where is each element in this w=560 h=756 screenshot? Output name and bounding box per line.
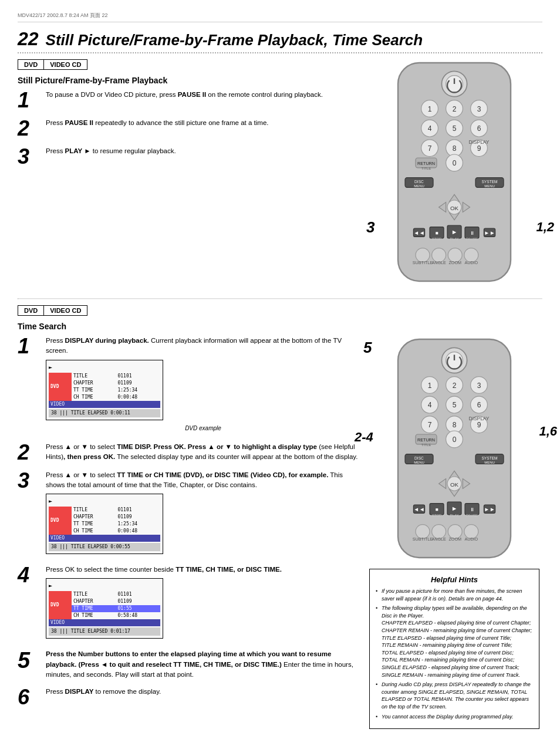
badge-videocd-1: VIDEO CD [44,59,87,70]
remote1-wrapper: 1 2 3 4 5 6 7 8 9 DISPLAY [384,59,525,286]
time-search-layout: 1 Press DISPLAY during playback. Current… [18,336,542,729]
play-indicator: ► [49,363,160,372]
svg-text:PLAY: PLAY [450,514,459,517]
hints-box: Helpful Hints If you pause a picture for… [369,569,539,729]
step2-1-content: Press DISPLAY during playback. Current p… [46,336,360,435]
time-instructions: 1 Press DISPLAY during playback. Current… [18,336,360,729]
display-mockup-3: ► DVD TITLE 01101 CHAPTER 01109 [46,578,163,639]
ch-time-label: CH TIME [72,394,116,401]
dvd-example-label: DVD example [46,424,360,433]
page-meta: MDV422/17 2002.8.7 8:24 AM 頁面 22 [18,12,542,22]
ch-time-val: 0:00:48 [116,394,160,401]
svg-text:OK: OK [450,481,458,488]
svg-text:9: 9 [477,144,481,153]
svg-text:►: ► [451,228,458,235]
chapter-val: 01109 [116,380,160,387]
svg-text:5: 5 [453,401,457,409]
remote2-col: 1 2 3 4 5 6 7 8 [366,336,542,729]
svg-text:7: 7 [428,421,432,429]
file-info: MDV422/17 2002.8.7 8:24 AM 頁面 22 [18,12,108,18]
tt-time-val: 1:25:34 [116,387,160,394]
hint-item-2: During Audio CD play, press DISPLAY repe… [376,681,533,710]
svg-text:STOP: STOP [432,237,441,241]
step2-5-number: 5 [18,649,41,671]
hint-item-3: You cannot access the Display during pro… [376,713,533,721]
svg-text:8: 8 [453,421,457,429]
hints-list: If you pause a picture for more than fiv… [376,588,533,720]
step2-4-content: Press OK to select the time counter besi… [46,565,360,642]
remote1-col: 1 2 3 4 5 6 7 8 9 DISPLAY [366,59,542,286]
svg-text:DISPLAY: DISPLAY [469,416,490,421]
display-table-2: DVD TITLE 01101 CHAPTER 01109 TT TIME 1:… [49,507,160,542]
svg-text:DISC: DISC [414,180,424,184]
ch-time-val-2: 0:00:48 [116,528,160,535]
play-indicator-3: ► [49,581,160,590]
svg-text:PAUSE: PAUSE [466,237,478,241]
display-mockup-1: ► DVD TITLE 01101 CHAPTER 01109 [46,360,163,420]
remote2-step24-label: 2-4 [355,430,373,445]
svg-text:2: 2 [453,382,457,390]
step1-2-content: Press PAUSE II repeatedly to advance the… [46,118,360,128]
tt-time-val-3: 01:55 [116,605,160,612]
tt-time-val-2: 1:25:34 [116,521,160,528]
svg-text:SYSTEM: SYSTEM [481,456,497,460]
step2-1-press: Press [46,337,65,344]
svg-text:■: ■ [435,507,438,512]
section2: DVD VIDEO CD Time Search 1 Press DISPLAY… [18,305,542,729]
section1-instructions: DVD VIDEO CD Still Picture/Frame-by-Fram… [18,59,360,286]
title-label: TITLE [72,373,116,380]
display-bottom-3: 38 ||| TITLE ELAPSED 0:01:17 [49,627,160,636]
ch-time-val-3: 0:58:48 [116,612,160,619]
video-label: VIDEO [49,401,160,408]
svg-text:SUBTITLE: SUBTITLE [413,536,433,542]
step1-3-content: Press PLAY ► to resume regular playback. [46,146,360,156]
title-val: 01101 [116,373,160,380]
svg-text:►: ► [451,505,458,512]
svg-text:6: 6 [477,401,481,409]
remote2-step5-label: 5 [363,339,372,357]
page-number: 22 [18,28,39,50]
svg-text:2: 2 [453,105,457,113]
svg-text:RETURN: RETURN [417,437,435,443]
step1-1-content: To pause a DVD or Video CD picture, pres… [46,90,360,100]
svg-text:MENU: MENU [414,184,424,188]
step2-1-number: 1 [18,336,41,357]
svg-text:9: 9 [477,421,481,429]
step2-6: 6 Press DISPLAY to remove the display. [18,687,360,708]
video-label-2: VIDEO [49,535,160,542]
video-label-3: VIDEO [49,619,160,626]
svg-text:DISPLAY: DISPLAY [469,139,490,145]
step1-2: 2 Press PAUSE II repeatedly to advance t… [18,118,360,139]
svg-text:ZOOM: ZOOM [448,536,461,542]
page-header: 22 Still Picture/Frame-by-Frame Playback… [18,28,542,50]
svg-text:►►: ►► [484,506,495,512]
svg-text:DISC: DISC [414,456,424,460]
chapter-val-2: 01109 [116,514,160,521]
svg-text:AUDIO: AUDIO [464,536,478,542]
step2-5-content: Press the Number buttons to enter the el… [46,649,360,680]
section-divider [18,298,542,299]
chapter-val-3: 01109 [116,598,160,605]
step2-2: 2 Press ▲ or ▼ to select TIME DISP. Pres… [18,442,360,463]
section1-layout: DVD VIDEO CD Still Picture/Frame-by-Fram… [18,59,542,286]
step1-3-number: 3 [18,146,41,167]
remote2-step16-label: 1,6 [539,424,557,439]
svg-text:ANGLE: ANGLE [431,260,446,265]
svg-text:3: 3 [477,382,481,390]
step2-3-content: Press ▲ or ▼ to select TT TIME or CH TIM… [46,470,360,558]
badge-videocd-2: VIDEO CD [44,305,87,316]
svg-text:7: 7 [428,144,432,153]
badge-dvd-1: DVD [18,59,44,70]
svg-text:TITLE: TITLE [421,167,431,170]
svg-text:⏸: ⏸ [470,230,474,236]
svg-text:STOP: STOP [432,514,441,517]
step2-6-number: 6 [18,687,41,708]
header-divider [18,52,542,53]
dvd-label: DVD [49,373,72,401]
dvd-label-3: DVD [49,591,72,619]
svg-text:MENU: MENU [484,461,495,464]
remote1-step12-label: 1,2 [536,220,554,235]
svg-text:ANGLE: ANGLE [431,536,446,542]
section1-badges: DVD VIDEO CD [18,59,360,70]
svg-text:3: 3 [477,105,481,113]
